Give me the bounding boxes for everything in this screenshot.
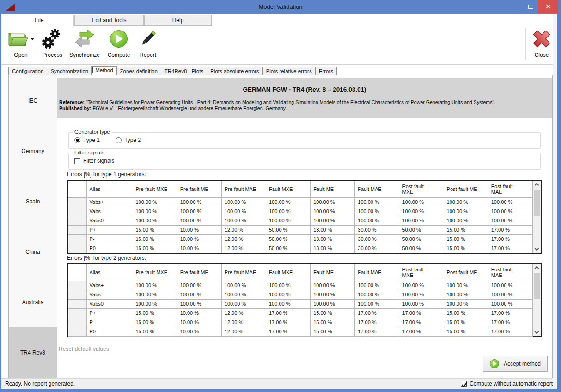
- column-header: Post-fault MAE: [488, 264, 532, 281]
- scroll-up-icon[interactable]: [535, 183, 539, 188]
- toolbar: Open: [1, 26, 557, 65]
- row-header-cell: [68, 299, 86, 308]
- process-button[interactable]: Process: [38, 27, 66, 63]
- value-cell: 100.00 %: [133, 216, 177, 225]
- value-cell: 100.00 %: [444, 197, 488, 207]
- scrollbar-thumb[interactable]: [534, 273, 540, 299]
- window-frame-right: [557, 14, 561, 392]
- row-header-cell: [68, 290, 86, 299]
- synchronize-button[interactable]: Synchronize: [67, 27, 102, 63]
- type1-table-scrollbar[interactable]: [533, 181, 541, 253]
- ribbon-tab-file[interactable]: File: [5, 15, 74, 26]
- value-cell: 10.00 %: [177, 318, 221, 327]
- filter-signals-checkbox[interactable]: [74, 158, 80, 164]
- play-circle-icon: [104, 27, 134, 51]
- tab-errors[interactable]: Errors: [315, 67, 337, 75]
- gears-icon: [38, 27, 66, 51]
- filter-signals-checkbox-row[interactable]: Filter signals: [74, 158, 114, 164]
- value-cell: 100.00 %: [488, 216, 532, 225]
- scroll-down-icon[interactable]: [535, 330, 539, 334]
- row-header-cell: [68, 327, 86, 336]
- radio-type-1-icon[interactable]: [74, 137, 80, 143]
- reference-label: Reference:: [59, 99, 85, 105]
- value-cell: 50.00 %: [266, 234, 310, 244]
- radio-type-2-label: Type 2: [124, 137, 141, 143]
- tab-method[interactable]: Method: [91, 66, 116, 75]
- table-row: Vabs+100.00 %100.00 %100.00 %100.00 %100…: [68, 281, 533, 290]
- value-cell: 100.00 %: [266, 290, 310, 299]
- tab-zones-definition[interactable]: Zones definition: [117, 67, 161, 75]
- value-cell: 15.00 %: [133, 244, 177, 253]
- value-cell: 50.00 %: [266, 244, 310, 253]
- close-window-button[interactable]: ✕: [538, 0, 558, 13]
- type2-errors-table: AliasPre-fault MXEPre-fault MEPre-fault …: [67, 263, 542, 337]
- ribbon-tab-edit-tools[interactable]: Edit and Tools: [74, 15, 144, 26]
- window-frame-left: [0, 14, 1, 392]
- synchronize-label: Synchronize: [67, 52, 102, 58]
- value-cell: 100.00 %: [399, 207, 444, 216]
- maximize-button[interactable]: [523, 0, 538, 13]
- pencil-icon: [134, 27, 161, 51]
- value-cell: 100.00 %: [221, 197, 266, 207]
- value-cell: 17.00 %: [488, 327, 532, 336]
- tab-tr4rev8-plots[interactable]: TR4Rev8 - Plots: [161, 67, 207, 75]
- sidebar-item-china[interactable]: China: [9, 227, 57, 277]
- radio-type-1[interactable]: Type 1: [74, 137, 100, 143]
- scrollbar-thumb[interactable]: [534, 190, 540, 216]
- alias-cell: Vabs0: [86, 299, 133, 308]
- sidebar-item-australia[interactable]: Australia: [9, 277, 57, 327]
- statusbar: Ready. No report generated. Compute with…: [1, 378, 557, 389]
- sidebar-item-tr4-rev8[interactable]: TR4 Rev8: [9, 327, 57, 378]
- accept-method-button[interactable]: Accept method: [483, 356, 548, 372]
- compute-without-report-label: Compute without automatic report: [470, 380, 553, 387]
- red-cross-icon: [529, 27, 555, 51]
- sidebar-item-iec[interactable]: IEC: [9, 75, 57, 126]
- window-frame-gap: [553, 14, 557, 389]
- ribbon-tab-help[interactable]: Help: [144, 15, 212, 26]
- radio-type-2-icon[interactable]: [116, 137, 122, 143]
- column-header: Post-fault ME: [444, 181, 488, 197]
- toolbar-separator: [525, 28, 526, 60]
- compute-without-report-checkbox[interactable]: [461, 381, 467, 387]
- minimize-button[interactable]: –: [508, 0, 523, 13]
- value-cell: 30.00 %: [355, 244, 399, 253]
- tab-synchronization[interactable]: Synchronization: [47, 67, 91, 75]
- tab-plots-absolute-errors[interactable]: Plots absolute errors: [207, 67, 262, 75]
- sidebar-item-spain[interactable]: Spain: [9, 176, 57, 227]
- value-cell: 100.00 %: [133, 299, 177, 308]
- method-reference: Reference: "Technical Guidelines for Pow…: [57, 93, 552, 111]
- value-cell: 100.00 %: [488, 281, 532, 290]
- row-header-cell: [68, 234, 86, 244]
- scroll-up-icon[interactable]: [535, 266, 539, 271]
- row-header-cell: [68, 216, 86, 225]
- value-cell: 17.00 %: [355, 318, 399, 327]
- value-cell: 100.00 %: [444, 207, 488, 216]
- close-app-button[interactable]: Close: [529, 27, 555, 63]
- type2-table-scrollbar[interactable]: [533, 264, 541, 336]
- value-cell: 50.00 %: [266, 225, 310, 234]
- value-cell: 15.00 %: [133, 327, 177, 336]
- open-folder-icon: [6, 27, 35, 51]
- table-row: P-15.00 %10.00 %12.00 %50.00 %13.00 %30.…: [68, 234, 533, 244]
- value-cell: 10.00 %: [177, 308, 221, 318]
- value-cell: 100.00 %: [488, 290, 532, 299]
- open-dropdown-caret-icon[interactable]: [30, 38, 34, 40]
- type1-errors-table: AliasPre-fault MXEPre-fault MEPre-fault …: [67, 180, 542, 254]
- tab-configuration[interactable]: Configuration: [8, 67, 47, 75]
- reset-default-values-link[interactable]: Reset default values: [59, 346, 109, 352]
- value-cell: 100.00 %: [355, 281, 399, 290]
- column-header: Pre-fault ME: [177, 181, 221, 197]
- tab-plots-relative-errors[interactable]: Plots relative errors: [262, 67, 315, 75]
- open-button[interactable]: Open: [6, 27, 35, 63]
- scroll-down-icon[interactable]: [535, 246, 539, 251]
- sidebar-item-germany[interactable]: Germany: [9, 126, 57, 176]
- radio-type-2[interactable]: Type 2: [116, 137, 141, 143]
- compute-without-report-option[interactable]: Compute without automatic report: [461, 380, 553, 387]
- compute-button[interactable]: Compute: [104, 27, 134, 63]
- value-cell: 100.00 %: [311, 197, 355, 207]
- filter-signals-group: Filter signals Filter signals: [68, 153, 541, 170]
- value-cell: 100.00 %: [266, 281, 310, 290]
- column-header: Alias: [86, 264, 133, 281]
- table-row: Vabs0100.00 %100.00 %100.00 %100.00 %100…: [68, 216, 533, 225]
- report-button[interactable]: Report: [134, 27, 161, 63]
